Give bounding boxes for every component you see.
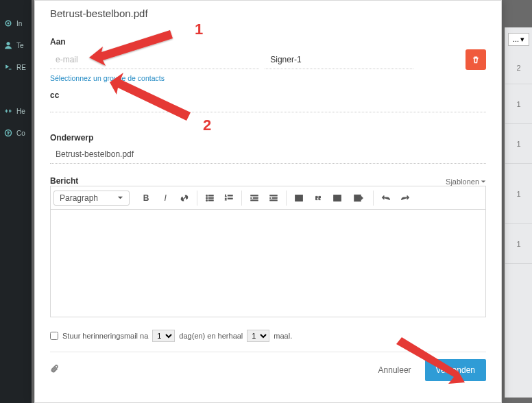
sidebar-item[interactable]: RE bbox=[0, 56, 32, 78]
svg-point-5 bbox=[206, 195, 208, 196]
svg-rect-15 bbox=[251, 195, 258, 195]
sidebar-item-label: In bbox=[16, 20, 22, 27]
svg-rect-8 bbox=[208, 195, 213, 195]
annotation-number-2: 2 bbox=[203, 117, 211, 134]
editor-toolbar: Paragraph B I 12 bbox=[50, 186, 486, 209]
background-panel: ...▾ 2 1 1 1 1 bbox=[505, 27, 532, 398]
video-button[interactable] bbox=[347, 188, 370, 208]
italic-button[interactable]: I bbox=[156, 188, 175, 208]
svg-point-1 bbox=[8, 23, 9, 24]
subject-label: Onderwerp bbox=[50, 133, 486, 143]
undo-button[interactable] bbox=[376, 188, 396, 208]
bg-row: 1 bbox=[505, 124, 532, 164]
delete-recipient-button[interactable] bbox=[466, 49, 486, 70]
numbered-list-button[interactable]: 12 bbox=[219, 188, 239, 208]
caret-down-icon bbox=[481, 179, 486, 184]
reminder-times-select[interactable]: 1 bbox=[247, 330, 269, 342]
reminder-days-select[interactable]: 1 bbox=[152, 330, 175, 342]
svg-rect-16 bbox=[253, 197, 258, 198]
cc-input[interactable] bbox=[50, 100, 486, 112]
image-button[interactable] bbox=[289, 188, 309, 208]
bg-row: 2 bbox=[505, 51, 532, 84]
sidebar-item[interactable]: Te bbox=[0, 34, 32, 56]
reminder-row: Stuur herinneringsmail na 1 dag(en) en h… bbox=[50, 330, 486, 342]
sidebar-item[interactable]: ? Co bbox=[0, 122, 32, 144]
quote-button[interactable] bbox=[309, 188, 328, 208]
table-button[interactable] bbox=[328, 188, 347, 208]
indent-button[interactable] bbox=[264, 188, 283, 208]
select-contact-group-link[interactable]: Sélectionnez un groupe de contacts bbox=[50, 74, 486, 82]
sidebar-item-label: Te bbox=[16, 42, 24, 49]
cancel-button[interactable]: Annuleer bbox=[372, 360, 418, 380]
bg-row: 1 bbox=[505, 224, 532, 264]
sidebar-item-label: RE bbox=[16, 64, 26, 71]
link-button[interactable] bbox=[175, 188, 194, 208]
redo-button[interactable] bbox=[396, 188, 415, 208]
svg-rect-13 bbox=[228, 195, 232, 195]
bullet-list-button[interactable] bbox=[200, 188, 219, 208]
recipient-role-input[interactable] bbox=[265, 51, 413, 69]
chevron-down-icon bbox=[117, 195, 123, 201]
paperclip-icon bbox=[50, 364, 60, 374]
annotation-number-1: 1 bbox=[195, 21, 203, 38]
attachment-button[interactable] bbox=[50, 364, 60, 376]
svg-rect-23 bbox=[334, 195, 341, 201]
reminder-text: dag(en) en herhaal bbox=[179, 332, 243, 340]
svg-rect-14 bbox=[228, 198, 232, 199]
svg-rect-19 bbox=[272, 197, 277, 198]
svg-rect-10 bbox=[208, 199, 213, 200]
trash-icon bbox=[472, 56, 480, 64]
sidebar-item[interactable]: In bbox=[0, 12, 32, 34]
svg-rect-9 bbox=[208, 197, 213, 198]
reminder-text: maal. bbox=[274, 332, 292, 340]
sidebar-item-label: Co bbox=[16, 130, 25, 137]
reminder-checkbox[interactable] bbox=[50, 332, 58, 340]
send-button[interactable]: Verzenden bbox=[425, 359, 486, 381]
svg-point-6 bbox=[206, 197, 208, 198]
svg-text:2: 2 bbox=[225, 197, 227, 200]
svg-text:?: ? bbox=[7, 131, 10, 135]
dialog-title: Betrust-bestelbon.pdf bbox=[50, 8, 486, 19]
to-label: Aan bbox=[50, 37, 486, 47]
paragraph-style-select[interactable]: Paragraph bbox=[53, 191, 130, 206]
sidebar-item-label: He bbox=[16, 108, 25, 115]
message-editor[interactable] bbox=[50, 209, 486, 317]
reminder-text: Stuur herinneringsmail na bbox=[62, 332, 148, 340]
bg-row: 1 bbox=[505, 164, 532, 224]
templates-dropdown[interactable]: Sjablonen bbox=[446, 178, 486, 186]
svg-point-2 bbox=[7, 42, 10, 46]
cc-label: cc bbox=[50, 90, 486, 100]
svg-point-7 bbox=[206, 199, 208, 201]
recipient-row bbox=[50, 49, 486, 70]
bg-select[interactable]: ...▾ bbox=[508, 33, 529, 46]
app-sidebar: In Te RE He ? Co bbox=[0, 0, 32, 403]
outdent-button[interactable] bbox=[245, 188, 264, 208]
svg-rect-17 bbox=[251, 199, 258, 200]
bg-row: 1 bbox=[505, 84, 532, 124]
divider bbox=[50, 352, 486, 352]
svg-rect-20 bbox=[270, 199, 278, 200]
recipient-email-input[interactable] bbox=[50, 51, 259, 69]
svg-rect-18 bbox=[270, 195, 278, 195]
message-label: Bericht bbox=[50, 176, 78, 186]
send-dialog: Betrust-bestelbon.pdf Aan Sélectionnez u… bbox=[34, 0, 502, 403]
subject-input[interactable] bbox=[50, 145, 486, 164]
bold-button[interactable]: B bbox=[136, 188, 156, 208]
sidebar-item[interactable]: He bbox=[0, 100, 32, 122]
